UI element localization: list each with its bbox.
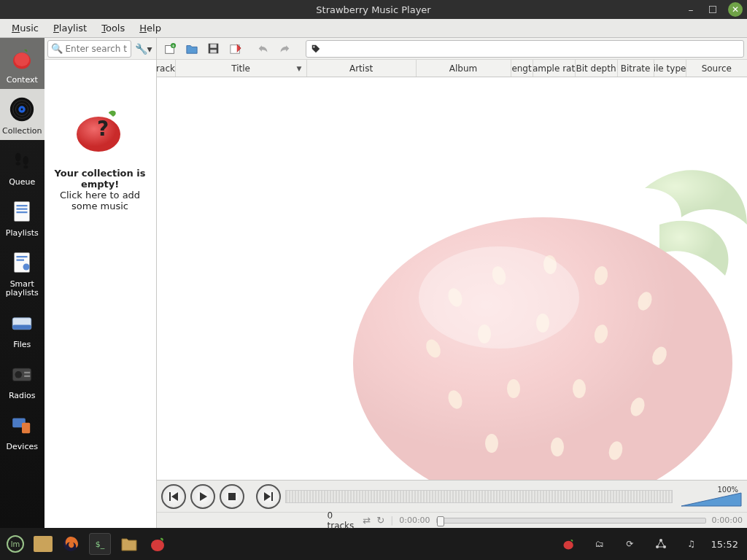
window-title: Strawberry Music Player	[316, 4, 430, 15]
devices-icon	[7, 411, 36, 440]
tray-update-icon[interactable]: ⟳	[619, 533, 641, 555]
shuffle-icon[interactable]: ⇄	[363, 515, 371, 526]
svg-text:lm: lm	[11, 540, 20, 548]
tray-network-icon[interactable]	[650, 533, 672, 555]
svg-point-63	[563, 541, 573, 550]
repeat-icon[interactable]: ↻	[376, 515, 384, 526]
col-length[interactable]: engt	[511, 60, 533, 77]
nav-playlists[interactable]: Playlists	[0, 191, 44, 242]
prev-button[interactable]	[161, 484, 186, 509]
status-bar: 0 tracks ⇄ ↻ | 0:00:00 0:00:00	[157, 512, 747, 528]
svg-point-36	[313, 46, 314, 47]
os-taskbar: lm $_ 🗂 ⟳ ♫ 15:52	[0, 528, 747, 560]
position-slider[interactable]	[436, 518, 706, 524]
redo-button[interactable]	[275, 39, 295, 58]
next-button[interactable]	[256, 484, 281, 509]
col-album[interactable]: Album	[417, 60, 511, 77]
svg-rect-34	[210, 50, 217, 52]
seek-track[interactable]	[285, 490, 673, 503]
playlist-file-icon	[7, 197, 36, 226]
search-field-wrap[interactable]: 🔍	[47, 40, 131, 58]
col-artist[interactable]: Artist	[307, 60, 417, 77]
mint-menu-icon[interactable]: lm	[4, 533, 26, 555]
vinyl-icon	[7, 95, 36, 124]
taskbar-clock[interactable]: 15:52	[711, 539, 738, 550]
show-desktop-icon[interactable]	[34, 536, 53, 552]
firefox-icon[interactable]	[60, 533, 82, 555]
time-elapsed: 0:00:00	[399, 516, 430, 525]
svg-point-22	[15, 371, 23, 378]
col-samplerate[interactable]: ample rat	[533, 60, 576, 77]
nav-queue[interactable]: Queue	[0, 140, 44, 191]
nav-smart-label: Smart playlists	[1, 280, 43, 298]
sort-indicator-icon: ▼	[297, 65, 302, 72]
open-playlist-button[interactable]	[182, 39, 202, 58]
playlist-columns-header: rack Title▼ Artist Album engt ample rat …	[157, 60, 747, 77]
window-titlebar: Strawberry Music Player – ☐ ✕	[0, 0, 747, 19]
svg-rect-16	[17, 256, 28, 257]
nav-context[interactable]: Context	[0, 38, 44, 89]
tray-sound-icon[interactable]: ♫	[681, 533, 703, 555]
nav-files[interactable]: Files	[0, 303, 44, 354]
settings-dropdown[interactable]: 🔧▾	[134, 40, 153, 58]
volume-control[interactable]: 100%	[677, 484, 743, 509]
track-count: 0 tracks	[323, 510, 359, 531]
tray-battery-icon[interactable]: 🗂	[589, 533, 611, 555]
stop-button[interactable]	[220, 484, 244, 509]
col-title[interactable]: Title▼	[176, 60, 307, 77]
clear-playlist-button[interactable]	[225, 39, 246, 58]
strawberry-icon	[7, 44, 36, 73]
nav-playlists-label: Playlists	[6, 229, 39, 238]
svg-rect-26	[22, 423, 30, 433]
svg-rect-23	[24, 371, 30, 373]
svg-rect-58	[271, 492, 273, 501]
breadcrumb[interactable]	[306, 40, 744, 58]
col-source[interactable]: Source	[686, 60, 747, 77]
minimize-button[interactable]: –	[684, 3, 697, 16]
play-button[interactable]	[190, 484, 215, 509]
menu-music[interactable]: Music	[4, 20, 46, 36]
svg-point-49	[507, 379, 520, 398]
collection-panel: 🔍 🔧▾ ? Your collection is empty! Click h…	[44, 38, 157, 528]
col-bitrate[interactable]: Bitrate	[618, 60, 654, 77]
tray-strawberry-icon[interactable]	[558, 533, 580, 555]
undo-button[interactable]	[253, 39, 274, 58]
menu-help[interactable]: Help	[132, 20, 169, 36]
svg-point-50	[573, 379, 586, 398]
col-bitdepth[interactable]: Bit depth	[576, 60, 618, 77]
files-icon[interactable]	[118, 533, 140, 555]
playlist-toolbar: +	[157, 38, 747, 60]
nav-collection-label: Collection	[2, 127, 42, 136]
col-filetype[interactable]: ile type	[654, 60, 686, 77]
save-playlist-button[interactable]	[204, 39, 224, 58]
terminal-icon[interactable]: $_	[89, 533, 111, 555]
nav-files-label: Files	[13, 341, 31, 349]
new-playlist-button[interactable]: +	[160, 39, 180, 58]
nav-smart-playlists[interactable]: Smart playlists	[0, 242, 44, 302]
empty-heading: Your collection is empty!	[44, 168, 156, 190]
nav-radios[interactable]: Radios	[0, 354, 44, 405]
col-track[interactable]: rack	[157, 60, 176, 77]
menu-tools[interactable]: Tools	[94, 20, 132, 36]
collection-toolbar: 🔍 🔧▾	[44, 38, 156, 60]
time-total: 0:00:00	[712, 516, 743, 525]
svg-rect-14	[17, 211, 28, 213]
footsteps-icon	[7, 146, 36, 175]
search-input[interactable]	[66, 44, 128, 54]
menu-playlist[interactable]: Playlist	[46, 20, 94, 36]
drive-icon	[7, 308, 36, 338]
close-button[interactable]: ✕	[728, 2, 743, 17]
maximize-button[interactable]: ☐	[706, 3, 719, 16]
svg-rect-20	[12, 324, 31, 329]
svg-rect-33	[210, 44, 217, 48]
nav-collection[interactable]: Collection	[0, 89, 44, 140]
playlist-body[interactable]	[157, 77, 747, 480]
collection-empty-prompt[interactable]: ? Your collection is empty! Click here t…	[44, 60, 156, 528]
nav-rail: Context Collection Queue	[0, 38, 44, 528]
nav-devices[interactable]: Devices	[0, 405, 44, 456]
svg-point-52	[485, 434, 498, 453]
svg-point-1	[15, 52, 29, 66]
strawberry-taskbar-icon[interactable]	[147, 533, 169, 555]
svg-point-55	[419, 246, 579, 349]
radio-icon	[7, 359, 36, 389]
